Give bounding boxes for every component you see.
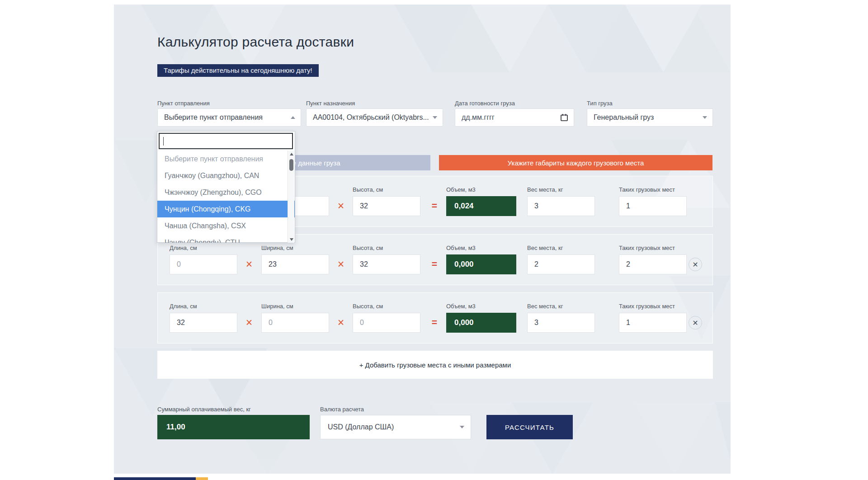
text-cursor [163, 137, 164, 146]
chevron-down-icon [433, 116, 437, 119]
ready-date-label: Дата готовности груза [455, 100, 515, 107]
chevron-up-icon [291, 116, 295, 119]
bottom-strip-orange [196, 477, 208, 480]
weight-label: Вес места, кг [527, 303, 563, 310]
currency-select-value: USD (Доллар США) [328, 423, 460, 431]
dropdown-search-input[interactable] [159, 133, 293, 149]
dimensions-mode-button[interactable]: Укажите габариты каждого грузового места [439, 155, 712, 170]
weight-input[interactable]: 3 [527, 313, 595, 333]
cargo-type-label: Тип груза [587, 100, 613, 107]
page-title: Калькулятор расчета доставки [157, 34, 354, 50]
remove-icon: ✕ [692, 319, 698, 327]
departure-select[interactable]: Выберите пункт отправления [157, 108, 301, 127]
volume-value: 0,000 [446, 254, 516, 274]
equals-icon: = [432, 317, 437, 327]
height-label: Высота, см [353, 186, 383, 193]
remove-row-button[interactable]: ✕ [689, 258, 702, 271]
chevron-down-icon [460, 426, 464, 428]
dropdown-option[interactable]: Чанша (Changsha), CSX [157, 217, 295, 234]
total-weight-label: Суммарный оплачиваемый вес, кг [157, 406, 251, 413]
destination-select-value: AA00104, Октябрьский (Oktyabrs... [313, 113, 433, 122]
dropdown-option[interactable]: Чжэнчжоу (Zhengzhou), CGO [157, 184, 295, 201]
scroll-down-icon[interactable] [288, 236, 295, 243]
height-label: Высота, см [353, 303, 383, 310]
count-label: Таких грузовых мест [619, 303, 675, 310]
height-input[interactable]: 32 [353, 254, 420, 274]
remove-row-button[interactable]: ✕ [689, 316, 702, 329]
weight-input[interactable]: 3 [527, 196, 595, 216]
length-label: Длина, см [170, 303, 197, 310]
equals-icon: = [432, 259, 437, 268]
multiply-icon: × [338, 317, 344, 328]
calendar-icon[interactable] [560, 113, 568, 122]
length-input[interactable]: 32 [170, 313, 237, 333]
dropdown-option-list: Выберите пункт отправления Гуанчжоу (Gua… [157, 151, 295, 243]
weight-label: Вес места, кг [527, 245, 563, 251]
volume-value: 0,024 [446, 196, 516, 216]
dropdown-option[interactable]: Гуанчжоу (Guangzhou), CAN [157, 167, 295, 184]
multiply-icon: × [338, 259, 344, 270]
calculate-button[interactable]: РАССЧИТАТЬ [486, 415, 573, 439]
volume-label: Объем, м3 [446, 186, 476, 193]
ready-date-placeholder: дд.мм.гггг [462, 113, 560, 122]
height-label: Высота, см [353, 245, 383, 251]
cargo-type-select-value: Генеральный груз [594, 113, 703, 122]
multiply-icon: × [246, 259, 253, 270]
equals-icon: = [432, 201, 437, 210]
currency-select[interactable]: USD (Доллар США) [320, 415, 471, 439]
multiply-icon: × [338, 200, 344, 212]
tariff-badge: Тарифы действительны на сегодняшнюю дату… [157, 64, 319, 77]
count-input[interactable]: 2 [619, 254, 687, 274]
width-label: Ширина, см [261, 303, 293, 310]
scroll-up-icon[interactable] [288, 151, 295, 157]
dropdown-option[interactable]: Чэнду (Chengdu), CTU [157, 234, 295, 243]
height-input[interactable]: 32 [353, 196, 420, 216]
add-cargo-row-button[interactable]: + Добавить грузовые места с иными размер… [157, 351, 713, 379]
multiply-icon: × [246, 317, 253, 328]
destination-select[interactable]: AA00104, Октябрьский (Oktyabrs... [306, 108, 443, 127]
remove-icon: ✕ [692, 260, 698, 269]
volume-label: Объем, м3 [446, 303, 476, 310]
volume-value: 0,000 [446, 313, 516, 333]
weight-input[interactable]: 2 [527, 254, 595, 274]
currency-label: Валюта расчета [320, 406, 364, 413]
length-input[interactable]: 0 [170, 254, 237, 274]
total-weight-value: 11,00 [157, 415, 310, 439]
count-input[interactable]: 1 [619, 196, 687, 216]
departure-select-value: Выберите пункт отправления [164, 113, 291, 122]
bottom-strip-navy [114, 477, 196, 480]
dropdown-option[interactable]: Выберите пункт отправления [157, 151, 295, 167]
ready-date-input[interactable]: дд.мм.гггг [455, 108, 574, 127]
width-input[interactable]: 23 [261, 254, 329, 274]
height-input[interactable]: 0 [353, 313, 420, 333]
width-label: Ширина, см [261, 245, 293, 251]
destination-label: Пункт назначения [306, 100, 355, 107]
count-label: Таких грузовых мест [619, 245, 675, 251]
departure-label: Пункт отправления [157, 100, 210, 107]
length-label: Длина, см [170, 245, 197, 251]
dropdown-scrollbar[interactable] [288, 151, 294, 243]
width-input[interactable]: 0 [261, 313, 329, 333]
count-input[interactable]: 1 [619, 313, 687, 333]
departure-dropdown: Выберите пункт отправления Гуанчжоу (Gua… [157, 131, 295, 243]
scrollbar-thumb[interactable] [289, 159, 293, 171]
volume-label: Объем, м3 [446, 245, 476, 251]
cargo-row-3: Длина, см Ширина, см Высота, см Объем, м… [157, 292, 713, 344]
cargo-type-select[interactable]: Генеральный груз [587, 108, 713, 127]
chevron-down-icon [703, 116, 707, 119]
shipping-calculator-page: Калькулятор расчета доставки Тарифы дейс… [0, 0, 868, 480]
weight-label: Вес места, кг [527, 186, 563, 193]
dropdown-option-highlighted[interactable]: Чунцин (Chongqing), CKG [157, 201, 295, 217]
count-label: Таких грузовых мест [619, 186, 675, 193]
